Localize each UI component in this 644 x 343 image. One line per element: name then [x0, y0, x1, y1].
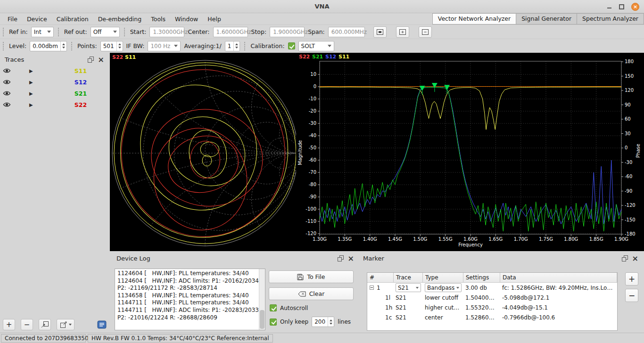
expander-icon[interactable]: ▶: [29, 91, 33, 96]
tab-spectrum-analyzer[interactable]: Spectrum Analyzer: [577, 13, 644, 24]
marker-settings[interactable]: 1.50400GHz: [463, 294, 500, 301]
session-log-button[interactable]: [97, 320, 107, 329]
smith-chart[interactable]: S22S11: [110, 53, 296, 251]
close-panel-icon[interactable]: ×: [348, 256, 354, 261]
toolbar-handle[interactable]: [3, 28, 5, 36]
visibility-toggle[interactable]: [3, 79, 12, 85]
marker-row-1c[interactable]: 1cS21center1.52860GHz-0.7966db@-100.6: [367, 312, 617, 322]
titlebar[interactable]: VNA ×: [0, 0, 644, 13]
tree-collapse-icon[interactable]: [370, 286, 374, 290]
menu-calibration[interactable]: Calibration: [52, 14, 93, 24]
averaging-spinbox[interactable]: 1: [225, 41, 240, 51]
clear-log-button[interactable]: Clear: [269, 287, 354, 300]
marker-column-data[interactable]: Data: [500, 273, 617, 283]
visibility-toggle[interactable]: [3, 68, 12, 74]
expander-icon[interactable]: ▶: [29, 102, 33, 107]
ref-in-select[interactable]: Int: [31, 27, 54, 37]
spin-down-icon[interactable]: [235, 47, 238, 49]
only-keep-checkbox[interactable]: [270, 318, 277, 326]
expander-icon[interactable]: ▶: [29, 68, 33, 74]
menu-device[interactable]: Device: [22, 14, 52, 24]
float-panel-icon[interactable]: [338, 255, 344, 261]
stop-frequency-input[interactable]: 1.90000GHz: [270, 27, 305, 37]
trace-label: S22: [74, 101, 87, 108]
center-frequency-input[interactable]: 1.60000GHz: [213, 27, 248, 37]
connection-status: Connected to 207D39683350: [1, 334, 86, 343]
level-spinbox[interactable]: 0.00dbm: [30, 41, 67, 51]
marker-column-trace[interactable]: Trace: [394, 273, 423, 283]
full-span-button[interactable]: [373, 26, 387, 38]
marker-trace-select[interactable]: S21: [396, 283, 421, 292]
import-data-button[interactable]: [39, 319, 51, 330]
autoscroll-option[interactable]: Autoscroll: [270, 304, 308, 311]
eye-icon: [3, 68, 11, 74]
close-panel-icon[interactable]: ×: [98, 57, 104, 63]
magnitude-phase-chart[interactable]: 100-10-20-30-40-50-60-70-80-90-100-110-1…: [296, 53, 644, 251]
zoom-in-button[interactable]: [396, 26, 409, 38]
marker-settings[interactable]: 1.52860GHz: [463, 314, 500, 321]
span-frequency-input[interactable]: 600.000MHz: [328, 27, 365, 37]
points-spinbox[interactable]: 501: [100, 41, 123, 51]
minimize-button[interactable]: [606, 4, 612, 9]
marker-column-type[interactable]: Type: [423, 273, 463, 283]
float-panel-icon[interactable]: [88, 57, 94, 63]
svg-text:-180: -180: [625, 231, 636, 237]
export-data-button[interactable]: [57, 319, 74, 330]
remove-trace-button[interactable]: −: [21, 319, 33, 330]
visibility-toggle[interactable]: [3, 102, 12, 107]
marker-column-settings[interactable]: Settings: [463, 273, 500, 283]
toolbar-handle[interactable]: [124, 28, 126, 36]
toolbar-handle[interactable]: [58, 28, 60, 36]
scrollbar[interactable]: [259, 269, 265, 330]
toolbar-handle[interactable]: [3, 42, 5, 50]
spin-down-icon[interactable]: [330, 323, 332, 325]
menu-tools[interactable]: Tools: [146, 14, 170, 24]
device-log-output[interactable]: 1124604 [ HW,INF]: PLL temperatures: 34/…: [115, 269, 265, 330]
maximize-button[interactable]: [619, 4, 624, 9]
scrollbar-thumb[interactable]: [260, 310, 264, 329]
only-keep-spinbox[interactable]: 200: [312, 317, 334, 327]
spin-up-icon[interactable]: [118, 43, 121, 45]
menu-deembedding[interactable]: De-embedding: [93, 14, 147, 24]
toolbar-handle[interactable]: [244, 42, 246, 50]
ifbw-select[interactable]: 100 Hz: [148, 41, 181, 51]
spin-down-icon[interactable]: [62, 47, 65, 49]
to-file-button[interactable]: To File: [269, 270, 354, 283]
marker-table: #TraceTypeSettingsData 1S21Bandpass3.00 …: [367, 272, 618, 331]
calibration-checkbox[interactable]: [288, 42, 295, 49]
log-line: P2: -21016/21224 R: -28688/28609: [117, 314, 257, 322]
marker-table-header[interactable]: #TraceTypeSettingsData: [367, 273, 617, 283]
spin-down-icon[interactable]: [118, 47, 121, 49]
menu-window[interactable]: Window: [170, 14, 203, 24]
visibility-toggle[interactable]: [3, 90, 12, 96]
autoscroll-checkbox[interactable]: [270, 304, 277, 311]
svg-text:1.45G: 1.45G: [388, 237, 402, 242]
add-marker-button[interactable]: +: [625, 272, 638, 286]
start-frequency-input[interactable]: 1.30000GHz: [149, 27, 184, 37]
add-trace-button[interactable]: +: [3, 319, 15, 330]
marker-settings[interactable]: 3.00 db: [463, 285, 500, 291]
tab-vector-network-analyzer[interactable]: Vector Network Analyzer: [432, 13, 516, 24]
tab-signal-generator[interactable]: Signal Generator: [516, 13, 577, 24]
marker-row-1l[interactable]: 1lS21lower cutoff1.50400GHz-5.098db@172.…: [367, 293, 617, 302]
marker-column-[interactable]: #: [367, 273, 394, 283]
expander-icon[interactable]: ▶: [29, 80, 33, 85]
spin-up-icon[interactable]: [330, 319, 332, 321]
toolbar-handle[interactable]: [71, 42, 73, 50]
spin-up-icon[interactable]: [235, 43, 238, 45]
zoom-out-button[interactable]: [419, 26, 432, 38]
float-panel-icon[interactable]: [622, 255, 628, 261]
marker-settings[interactable]: 1.55320GHz: [463, 304, 500, 311]
calibration-select[interactable]: SOLT: [298, 41, 334, 51]
close-button[interactable]: ×: [631, 3, 639, 11]
spin-up-icon[interactable]: [62, 43, 65, 45]
marker-type-select[interactable]: Bandpass: [425, 283, 462, 292]
ref-out-select[interactable]: Off: [91, 27, 120, 37]
close-panel-icon[interactable]: ×: [632, 256, 638, 261]
marker-row-1h[interactable]: 1hS21higher cut…1.55320GHz-4.049db@-15.1: [367, 302, 617, 312]
menu-help[interactable]: Help: [203, 14, 226, 24]
remove-marker-button[interactable]: −: [625, 289, 638, 302]
marker-row-1[interactable]: 1S21Bandpass3.00 dbfc: 1.5286GHz, BW: 49…: [367, 283, 617, 293]
menu-file[interactable]: File: [3, 14, 22, 24]
log-line: 1144711 [ HW,INF]: ADC limits: P1: -2028…: [117, 307, 257, 314]
